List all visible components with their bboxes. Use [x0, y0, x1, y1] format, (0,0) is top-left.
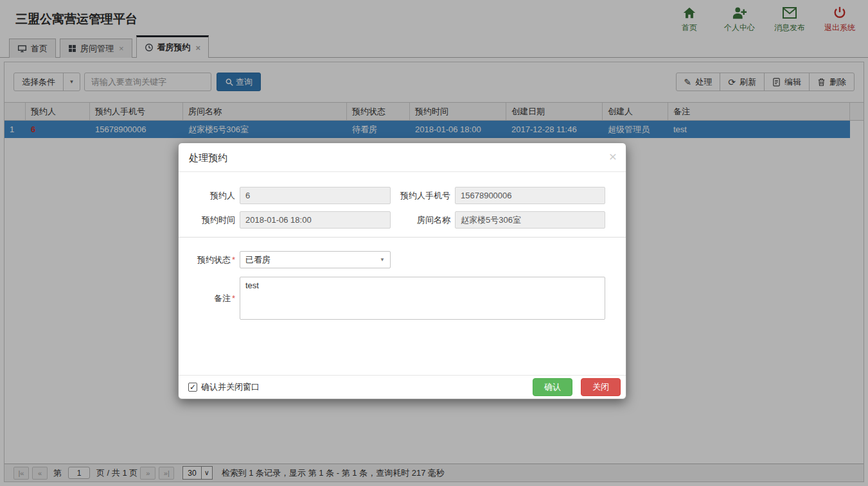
dialog-title: 处理预约 — [189, 152, 227, 164]
check-icon: ✓ — [190, 383, 196, 392]
status-select-value: 已看房 — [245, 255, 270, 265]
remark-textarea[interactable]: test — [240, 277, 605, 320]
confirm-button[interactable]: 确认 — [533, 378, 572, 396]
confirm-close-checkbox-label: 确认并关闭窗口 — [201, 381, 260, 393]
chevron-down-icon: ▼ — [380, 252, 385, 268]
dialog-header: 处理预约 × — [179, 143, 626, 172]
required-mark: * — [232, 293, 235, 303]
form-divider — [179, 237, 626, 238]
close-icon[interactable]: × — [609, 149, 617, 164]
field-label-room: 房间名称 — [394, 211, 450, 229]
field-label-status: 预约状态* — [179, 251, 235, 268]
status-select[interactable]: 已看房 ▼ — [240, 251, 391, 268]
room-field: 赵家楼5号306室 — [455, 211, 605, 229]
process-reservation-dialog: 处理预约 × 预约人 6 预约人手机号 15678900006 预约时间 201… — [178, 143, 626, 399]
field-label-phone: 预约人手机号 — [394, 187, 450, 204]
dialog-footer: ✓ 确认并关闭窗口 确认 关闭 — [179, 375, 626, 399]
field-label-time: 预约时间 — [179, 211, 235, 229]
time-field: 2018-01-06 18:00 — [240, 211, 391, 229]
person-field: 6 — [240, 187, 391, 204]
confirm-close-checkbox[interactable]: ✓ — [188, 383, 197, 392]
required-mark: * — [232, 255, 235, 265]
close-button[interactable]: 关闭 — [581, 378, 621, 396]
field-label-person: 预约人 — [179, 187, 235, 204]
phone-field: 15678900006 — [455, 187, 605, 204]
field-label-remark: 备注* — [179, 290, 235, 307]
